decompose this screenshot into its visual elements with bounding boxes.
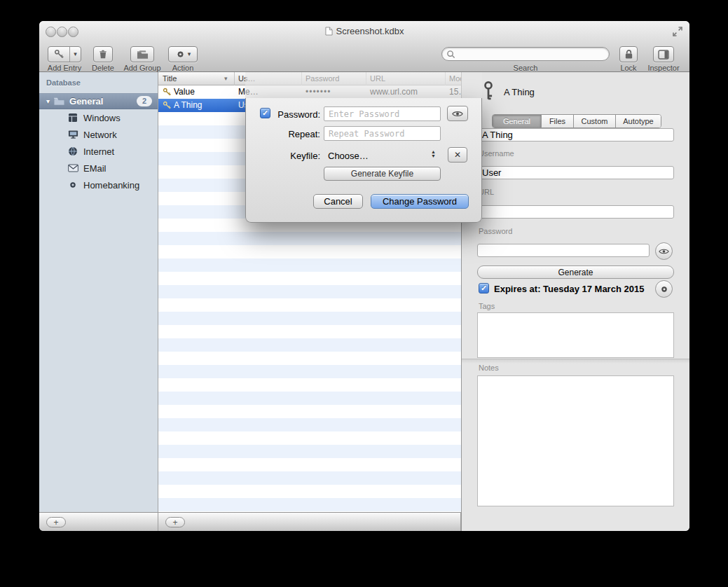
sidebar-item-label: Internet [83, 146, 114, 157]
inspector-entry-title: A Thing [504, 87, 535, 97]
password-label: Password [479, 227, 512, 235]
eye-icon [452, 110, 463, 118]
folder-icon [53, 97, 65, 106]
tags-label: Tags [479, 302, 495, 310]
sidebar-bottom-bar: + [39, 512, 158, 531]
entry-list-bottom-bar: + [158, 512, 461, 531]
delete-button[interactable] [93, 46, 113, 62]
key-icon [163, 101, 172, 110]
expires-checkbox[interactable]: ✓ [479, 283, 489, 294]
sidebar: Database ▾ General 2 Windows Network [39, 72, 158, 512]
tab-autotype[interactable]: Autotype [616, 115, 661, 127]
sort-indicator-icon: ▾ [224, 72, 228, 85]
window-chrome: Screenshot.kdbx ▾ Add Entry Delete Add [39, 21, 689, 72]
show-password-button[interactable] [447, 106, 468, 121]
inspector-panel-icon [658, 50, 669, 60]
inspector-label: Inspector [643, 64, 685, 72]
sidebar-item-network[interactable]: Network [39, 126, 158, 143]
inspector-section-divider [462, 359, 689, 364]
search-field[interactable] [441, 47, 610, 61]
inspector-tabs: General Files Custom Autotype [492, 114, 661, 128]
change-password-button[interactable]: Change Password [371, 194, 469, 209]
sidebar-item-label: EMail [83, 163, 107, 174]
titlebar: Screenshot.kdbx [39, 26, 689, 36]
notes-box[interactable] [477, 375, 674, 506]
password-field[interactable] [477, 244, 650, 257]
tab-files[interactable]: Files [542, 115, 574, 127]
url-field[interactable] [477, 205, 674, 219]
add-group-label: Add Group [121, 64, 163, 72]
clear-keyfile-button[interactable]: ✕ [448, 147, 467, 163]
repeat-password-input[interactable] [324, 126, 441, 141]
generate-keyfile-button[interactable]: Generate Keyfile [324, 167, 441, 181]
tab-general[interactable]: General [493, 115, 542, 127]
keyfile-label: Keyfile: [246, 151, 320, 161]
inspector-button[interactable] [653, 46, 674, 62]
key-icon [48, 49, 69, 60]
sidebar-item-internet[interactable]: Internet [39, 143, 158, 160]
action-button[interactable]: ▾ [168, 46, 198, 62]
title-field[interactable] [477, 128, 674, 141]
inspector-panel: A Thing General Files Custom Autotype Us… [461, 72, 689, 531]
search-icon [446, 50, 455, 59]
chevron-down-icon[interactable]: ▾ [70, 51, 81, 57]
email-envelope-icon [67, 163, 78, 174]
eye-icon [659, 248, 669, 255]
sidebar-item-windows[interactable]: Windows [39, 109, 158, 126]
new-password-input[interactable] [324, 106, 441, 121]
expires-label: Expires at: Tuesday 17 March 2015 [494, 284, 644, 294]
chevron-down-icon: ▾ [188, 51, 191, 57]
gear-icon [175, 49, 186, 60]
username-field[interactable] [477, 166, 674, 179]
window-title: Screenshot.kdbx [336, 26, 404, 36]
popup-stepper-icon[interactable]: ▲ ▼ [431, 150, 436, 158]
add-entry-plus-button[interactable]: + [165, 517, 185, 527]
lock-button[interactable] [619, 46, 638, 62]
windows-icon [67, 112, 78, 123]
show-password-button[interactable] [655, 242, 673, 260]
internet-globe-icon [67, 146, 78, 157]
change-password-sheet: ✓ Password: Repeat: Keyfile: Choose… ▲ ▼… [245, 98, 482, 223]
stepper-down-icon: ▼ [431, 154, 436, 158]
add-entry-button[interactable]: ▾ [48, 46, 81, 62]
network-icon [67, 129, 78, 140]
disclosure-triangle-icon[interactable]: ▾ [46, 97, 50, 105]
tab-custom[interactable]: Custom [574, 115, 616, 127]
search-input[interactable] [458, 48, 605, 60]
expires-options-button[interactable] [655, 280, 673, 298]
sidebar-item-label: Homebanking [83, 180, 139, 191]
cell-title: Value [174, 85, 195, 99]
sidebar-group-general[interactable]: ▾ General 2 [39, 93, 158, 109]
column-divider[interactable] [234, 72, 235, 85]
notes-label: Notes [479, 364, 499, 372]
repeat-label: Repeat: [246, 129, 320, 139]
sheet-dim-overlay [245, 72, 482, 98]
cell-title: A Thing [174, 99, 202, 112]
sidebar-item-email[interactable]: EMail [39, 160, 158, 177]
lock-icon [624, 49, 633, 60]
key-icon [163, 88, 172, 97]
check-icon: ✓ [481, 284, 487, 292]
delete-label: Delete [82, 64, 124, 72]
cancel-button[interactable]: Cancel [313, 194, 363, 209]
column-header-title[interactable]: Title [163, 72, 177, 85]
generate-password-button[interactable]: Generate [477, 265, 674, 279]
tags-box[interactable] [477, 312, 674, 358]
close-icon: ✕ [454, 150, 461, 160]
entry-key-icon [480, 81, 497, 102]
add-group-plus-button[interactable]: + [46, 517, 66, 527]
username-label: Username [479, 149, 514, 158]
sidebar-item-label: Windows [83, 113, 121, 123]
sidebar-item-homebanking[interactable]: Homebanking [39, 177, 158, 193]
group-label: General [69, 96, 137, 106]
gear-icon [659, 284, 669, 294]
group-count-badge: 2 [137, 96, 152, 106]
fullscreen-icon[interactable] [673, 27, 682, 36]
keyfile-popup[interactable]: Choose… [328, 151, 369, 161]
add-group-button[interactable] [130, 46, 154, 62]
database-section-header: Database [46, 78, 81, 87]
action-label: Action [162, 64, 204, 72]
sidebar-item-label: Network [83, 130, 117, 140]
folder-plus-icon [137, 50, 149, 60]
document-icon [325, 27, 333, 36]
